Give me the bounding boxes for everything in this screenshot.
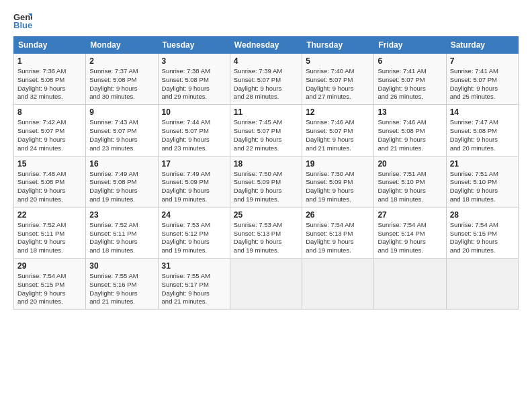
day-info: Sunrise: 7:37 AM Sunset: 5:08 PM Dayligh… [89,67,154,101]
day-cell: 13Sunrise: 7:46 AM Sunset: 5:08 PM Dayli… [374,105,446,156]
day-info: Sunrise: 7:49 AM Sunset: 5:09 PM Dayligh… [162,170,226,204]
day-info: Sunrise: 7:41 AM Sunset: 5:07 PM Dayligh… [378,67,442,101]
day-cell: 20Sunrise: 7:51 AM Sunset: 5:10 PM Dayli… [374,156,446,207]
day-info: Sunrise: 7:46 AM Sunset: 5:08 PM Dayligh… [378,118,442,152]
day-cell: 5Sunrise: 7:40 AM Sunset: 5:07 PM Daylig… [302,54,374,105]
header-cell-friday: Friday [374,37,446,54]
day-number: 23 [89,210,154,220]
day-info: Sunrise: 7:52 AM Sunset: 5:11 PM Dayligh… [89,221,154,255]
day-cell: 3Sunrise: 7:38 AM Sunset: 5:08 PM Daylig… [158,54,230,105]
day-info: Sunrise: 7:42 AM Sunset: 5:07 PM Dayligh… [17,118,82,152]
day-cell: 23Sunrise: 7:52 AM Sunset: 5:11 PM Dayli… [86,207,158,258]
day-number: 30 [89,261,154,271]
day-info: Sunrise: 7:54 AM Sunset: 5:14 PM Dayligh… [378,221,442,255]
day-info: Sunrise: 7:54 AM Sunset: 5:13 PM Dayligh… [306,221,370,255]
header-cell-tuesday: Tuesday [158,37,230,54]
day-cell: 8Sunrise: 7:42 AM Sunset: 5:07 PM Daylig… [14,105,86,156]
day-number: 13 [378,107,442,117]
day-info: Sunrise: 7:54 AM Sunset: 5:15 PM Dayligh… [17,272,82,306]
header-cell-monday: Monday [86,37,158,54]
day-number: 31 [162,261,226,271]
calendar-body: 1Sunrise: 7:36 AM Sunset: 5:08 PM Daylig… [14,54,519,310]
header-cell-thursday: Thursday [302,37,374,54]
day-info: Sunrise: 7:48 AM Sunset: 5:08 PM Dayligh… [17,170,82,204]
day-cell: 31Sunrise: 7:55 AM Sunset: 5:17 PM Dayli… [158,259,230,310]
day-cell: 26Sunrise: 7:54 AM Sunset: 5:13 PM Dayli… [302,207,374,258]
day-info: Sunrise: 7:50 AM Sunset: 5:09 PM Dayligh… [306,170,370,204]
day-info: Sunrise: 7:36 AM Sunset: 5:08 PM Dayligh… [17,67,82,101]
day-info: Sunrise: 7:44 AM Sunset: 5:07 PM Dayligh… [162,118,226,152]
day-cell: 10Sunrise: 7:44 AM Sunset: 5:07 PM Dayli… [158,105,230,156]
header-cell-wednesday: Wednesday [230,37,302,54]
day-number: 6 [378,56,442,66]
week-row-5: 29Sunrise: 7:54 AM Sunset: 5:15 PM Dayli… [14,259,519,310]
week-row-2: 8Sunrise: 7:42 AM Sunset: 5:07 PM Daylig… [14,105,519,156]
day-cell: 29Sunrise: 7:54 AM Sunset: 5:15 PM Dayli… [14,259,86,310]
day-cell: 11Sunrise: 7:45 AM Sunset: 5:07 PM Dayli… [230,105,302,156]
day-cell: 22Sunrise: 7:52 AM Sunset: 5:11 PM Dayli… [14,207,86,258]
day-info: Sunrise: 7:49 AM Sunset: 5:08 PM Dayligh… [89,170,154,204]
header-cell-saturday: Saturday [446,37,518,54]
header: General Blue [13,11,519,30]
day-cell: 30Sunrise: 7:55 AM Sunset: 5:16 PM Dayli… [86,259,158,310]
day-info: Sunrise: 7:46 AM Sunset: 5:07 PM Dayligh… [306,118,370,152]
day-number: 15 [17,159,82,169]
day-info: Sunrise: 7:54 AM Sunset: 5:15 PM Dayligh… [450,221,515,255]
day-number: 9 [89,107,154,117]
day-info: Sunrise: 7:53 AM Sunset: 5:13 PM Dayligh… [234,221,298,255]
day-number: 14 [450,107,515,117]
day-cell: 17Sunrise: 7:49 AM Sunset: 5:09 PM Dayli… [158,156,230,207]
day-info: Sunrise: 7:47 AM Sunset: 5:08 PM Dayligh… [450,118,515,152]
day-cell: 2Sunrise: 7:37 AM Sunset: 5:08 PM Daylig… [86,54,158,105]
day-number: 22 [17,210,82,220]
day-info: Sunrise: 7:50 AM Sunset: 5:09 PM Dayligh… [234,170,298,204]
day-info: Sunrise: 7:43 AM Sunset: 5:07 PM Dayligh… [89,118,154,152]
day-cell [374,259,446,310]
day-cell: 16Sunrise: 7:49 AM Sunset: 5:08 PM Dayli… [86,156,158,207]
week-row-1: 1Sunrise: 7:36 AM Sunset: 5:08 PM Daylig… [14,54,519,105]
day-cell: 7Sunrise: 7:41 AM Sunset: 5:07 PM Daylig… [446,54,518,105]
week-row-3: 15Sunrise: 7:48 AM Sunset: 5:08 PM Dayli… [14,156,519,207]
day-cell: 24Sunrise: 7:53 AM Sunset: 5:12 PM Dayli… [158,207,230,258]
day-cell: 9Sunrise: 7:43 AM Sunset: 5:07 PM Daylig… [86,105,158,156]
day-cell [446,259,518,310]
day-cell: 15Sunrise: 7:48 AM Sunset: 5:08 PM Dayli… [14,156,86,207]
day-info: Sunrise: 7:41 AM Sunset: 5:07 PM Dayligh… [450,67,515,101]
day-number: 2 [89,56,154,66]
day-number: 19 [306,159,370,169]
calendar-table: SundayMondayTuesdayWednesdayThursdayFrid… [13,36,519,310]
day-number: 5 [306,56,370,66]
day-cell: 14Sunrise: 7:47 AM Sunset: 5:08 PM Dayli… [446,105,518,156]
day-number: 17 [162,159,226,169]
logo: General Blue [13,11,35,30]
day-info: Sunrise: 7:40 AM Sunset: 5:07 PM Dayligh… [306,67,370,101]
day-number: 20 [378,159,442,169]
day-number: 16 [89,159,154,169]
day-info: Sunrise: 7:38 AM Sunset: 5:08 PM Dayligh… [162,67,226,101]
day-cell: 19Sunrise: 7:50 AM Sunset: 5:09 PM Dayli… [302,156,374,207]
day-number: 10 [162,107,226,117]
day-number: 26 [306,210,370,220]
day-info: Sunrise: 7:52 AM Sunset: 5:11 PM Dayligh… [17,221,82,255]
svg-text:Blue: Blue [13,20,32,30]
day-info: Sunrise: 7:51 AM Sunset: 5:10 PM Dayligh… [378,170,442,204]
day-number: 27 [378,210,442,220]
day-number: 24 [162,210,226,220]
day-info: Sunrise: 7:55 AM Sunset: 5:17 PM Dayligh… [162,272,226,306]
day-number: 29 [17,261,82,271]
header-row: SundayMondayTuesdayWednesdayThursdayFrid… [14,37,519,54]
day-number: 12 [306,107,370,117]
day-number: 18 [234,159,298,169]
day-number: 4 [234,56,298,66]
day-cell: 18Sunrise: 7:50 AM Sunset: 5:09 PM Dayli… [230,156,302,207]
day-number: 3 [162,56,226,66]
week-row-4: 22Sunrise: 7:52 AM Sunset: 5:11 PM Dayli… [14,207,519,258]
day-info: Sunrise: 7:55 AM Sunset: 5:16 PM Dayligh… [89,272,154,306]
day-cell [230,259,302,310]
day-cell: 4Sunrise: 7:39 AM Sunset: 5:07 PM Daylig… [230,54,302,105]
day-cell: 28Sunrise: 7:54 AM Sunset: 5:15 PM Dayli… [446,207,518,258]
day-cell: 1Sunrise: 7:36 AM Sunset: 5:08 PM Daylig… [14,54,86,105]
day-cell: 25Sunrise: 7:53 AM Sunset: 5:13 PM Dayli… [230,207,302,258]
day-cell [302,259,374,310]
day-number: 11 [234,107,298,117]
